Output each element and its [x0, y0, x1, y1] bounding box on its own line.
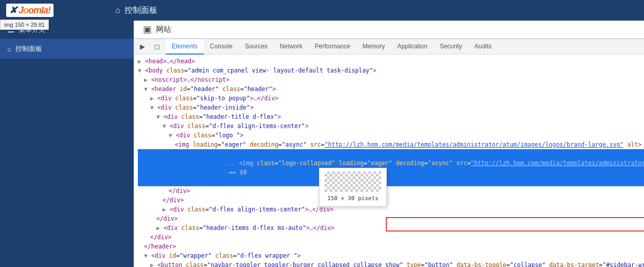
sidebar-item-label: 控制面板: [15, 44, 42, 54]
tab-security[interactable]: Security: [434, 39, 468, 55]
tree-line-highlighted: ... <img class="logo-collapsed" loading=…: [138, 149, 644, 186]
monitor-icon: ▣: [143, 24, 152, 35]
checker-pattern: [325, 171, 381, 192]
devtools-html-tree: ▶ <head>…</head> ▼ <body class="admin co…: [134, 55, 644, 267]
tab-application[interactable]: Application: [391, 39, 434, 55]
tab-audits[interactable]: Audits: [468, 39, 497, 55]
home-icon: ⌂: [7, 45, 11, 53]
device-toolbar-icon[interactable]: ◻: [152, 42, 162, 51]
tree-line: ▶ <noscript>…</noscript>: [138, 75, 644, 84]
inspect-element-icon[interactable]: ▶: [138, 42, 147, 51]
tree-line: </div>: [138, 186, 644, 195]
tree-line: ▼ <div class="header-title d-flex">: [138, 112, 644, 121]
devtools-panel: ▶ ◻ Elements Console Sources Network: [134, 39, 644, 267]
tab-sources[interactable]: Sources: [239, 39, 274, 55]
tree-line: ▼ <header id="header" class="header">: [138, 84, 644, 94]
main-content: ▣ 网站 ⚙ 🔧 系统 ▶: [134, 21, 644, 267]
img-preview-size-label: 150 × 30 pixels: [325, 194, 381, 203]
tab-performance[interactable]: Performance: [309, 39, 356, 55]
tree-line: ▼ <div id="wrapper" class="d-flex wrappe…: [138, 251, 644, 260]
website-label: 网站: [156, 25, 171, 34]
tree-line: ▼ <body class="admin com_cpanel view- la…: [138, 66, 644, 75]
tab-memory[interactable]: Memory: [356, 39, 391, 55]
joomla-logo: ✘ Joomla!: [6, 4, 53, 17]
tree-line: ▼ <div class="d-flex align-items-center"…: [138, 121, 644, 131]
joomla-topbar: ✘ Joomla! ⌂ 控制面板: [0, 0, 644, 21]
tree-line: ▶ <head>…</head>: [138, 57, 644, 66]
website-section-title: ▣ 网站: [143, 24, 171, 35]
tab-console[interactable]: Console: [204, 39, 239, 55]
tree-line: ▶ <div class="header-items d-flex ms-aut…: [138, 223, 644, 233]
tree-line: ▼ <div class="logo ">: [138, 131, 644, 140]
tree-line: </div>: [138, 195, 644, 205]
tree-line: ▼ <div class="header-inside">: [138, 103, 644, 112]
tab-network[interactable]: Network: [274, 39, 309, 55]
page-title: 控制面板: [124, 5, 157, 16]
devtools-tabs: ▶ ◻ Elements Console Sources Network: [134, 39, 644, 55]
tree-line: ▶ <div class="d-flex align-items-center"…: [138, 205, 644, 214]
tree-line: <img loading="eager" decoding="async" sr…: [138, 140, 644, 149]
tree-line: ▶ <div class="skip-to popup">…</div>: [138, 94, 644, 103]
img-preview-tooltip: 150 × 30 pixels: [319, 168, 387, 207]
tree-line: ▶ <button class="navbar-toggler toggler-…: [138, 260, 644, 267]
tree-line: </div>: [138, 214, 644, 223]
sidebar-item-dashboard[interactable]: ⌂ 控制面板: [0, 39, 134, 59]
tree-line: </div>: [138, 233, 644, 242]
tab-elements[interactable]: Elements: [166, 39, 204, 55]
sidebar: ☰ 菜单开关 ⌂ 控制面板: [0, 21, 134, 267]
devtools-icon-bar: ▶ ◻: [138, 42, 162, 51]
tree-line: </header>: [138, 242, 644, 251]
img-size-tooltip: img 150 × 29.81: [0, 20, 49, 30]
content-topbar: ▣ 网站 ⚙ 🔧 系统: [134, 21, 644, 39]
